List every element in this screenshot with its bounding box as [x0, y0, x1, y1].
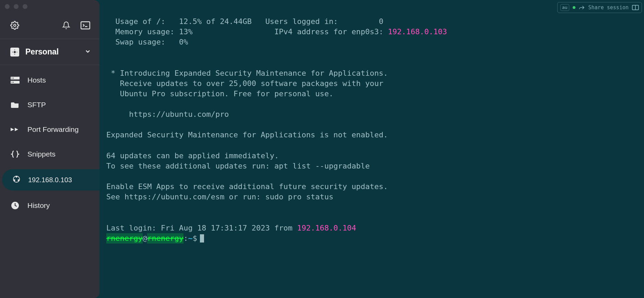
- split-pane-button[interactable]: [632, 5, 639, 10]
- terminal-output: Usage of /: 12.5% of 24.44GB Users logge…: [99, 16, 644, 233]
- sidebar-item-label: Hosts: [27, 76, 46, 84]
- maximize-window-dot[interactable]: [23, 4, 27, 9]
- sidebar-nav: Hosts SFTP Port Forwarding Snippets: [0, 65, 99, 218]
- share-session-bar: au Share session: [557, 2, 642, 13]
- sidebar-item-label: Snippets: [27, 150, 56, 158]
- share-session-button[interactable]: Share session: [588, 4, 629, 11]
- vault-icon: [10, 48, 19, 57]
- ubuntu-icon: [12, 175, 21, 185]
- chevron-down-icon: [84, 48, 91, 56]
- brand-pill[interactable]: au: [560, 4, 569, 11]
- terminal-icon: [81, 21, 90, 31]
- sidebar: Personal Hosts SFTP: [0, 0, 99, 298]
- vault-name: Personal: [25, 47, 59, 57]
- sidebar-item-hosts[interactable]: Hosts: [0, 68, 99, 92]
- cursor-icon: [200, 234, 204, 243]
- forward-icon: [10, 126, 20, 133]
- prompt-user: rnenergy: [106, 233, 143, 244]
- sidebar-item-label: History: [27, 201, 50, 210]
- sidebar-item-label: Port Forwarding: [27, 125, 79, 134]
- svg-point-10: [16, 176, 17, 177]
- svg-point-5: [12, 78, 12, 78]
- prompt-at: @: [143, 233, 147, 244]
- prompt-symbol: $: [193, 233, 197, 244]
- vault-selector[interactable]: Personal: [0, 39, 99, 65]
- notifications-button[interactable]: [62, 22, 71, 30]
- svg-point-11: [18, 179, 19, 181]
- active-host-label: 192.168.0.103: [28, 176, 72, 184]
- gear-icon: [10, 21, 19, 31]
- sidebar-item-label: SFTP: [27, 101, 46, 109]
- sidebar-item-history[interactable]: History: [0, 193, 99, 218]
- new-terminal-button[interactable]: [81, 22, 90, 30]
- clock-icon: [10, 201, 20, 210]
- active-host-tab[interactable]: 192.168.0.103: [2, 169, 99, 190]
- bell-icon: [62, 21, 70, 31]
- svg-point-12: [14, 179, 15, 181]
- settings-button[interactable]: [10, 22, 19, 30]
- hosts-icon: [10, 77, 20, 84]
- minimize-window-dot[interactable]: [14, 4, 19, 9]
- window-titlebar: [0, 0, 99, 13]
- sidebar-item-portforwarding[interactable]: Port Forwarding: [0, 117, 99, 142]
- braces-icon: [10, 150, 20, 158]
- sidebar-item-sftp[interactable]: SFTP: [0, 92, 99, 117]
- svg-rect-1: [81, 22, 90, 29]
- app-window: Personal Hosts SFTP: [0, 0, 644, 298]
- svg-point-7: [12, 82, 12, 83]
- sidebar-item-snippets[interactable]: Snippets: [0, 142, 99, 166]
- prompt-cwd: ~: [188, 233, 192, 244]
- folder-icon: [10, 101, 20, 108]
- share-arrow-icon: [579, 5, 585, 10]
- svg-point-2: [14, 51, 16, 53]
- svg-point-8: [13, 82, 14, 83]
- svg-point-0: [14, 24, 16, 26]
- status-dot-icon: [573, 6, 575, 9]
- sidebar-toolbar: [0, 13, 99, 39]
- prompt-host: rnenergy: [147, 233, 183, 244]
- terminal-pane[interactable]: au Share session Usage of /: 12.5% of 24…: [99, 0, 644, 298]
- prompt-line: rnenergy@rnenergy:~$: [99, 233, 644, 244]
- close-window-dot[interactable]: [5, 4, 10, 9]
- svg-point-6: [13, 78, 14, 78]
